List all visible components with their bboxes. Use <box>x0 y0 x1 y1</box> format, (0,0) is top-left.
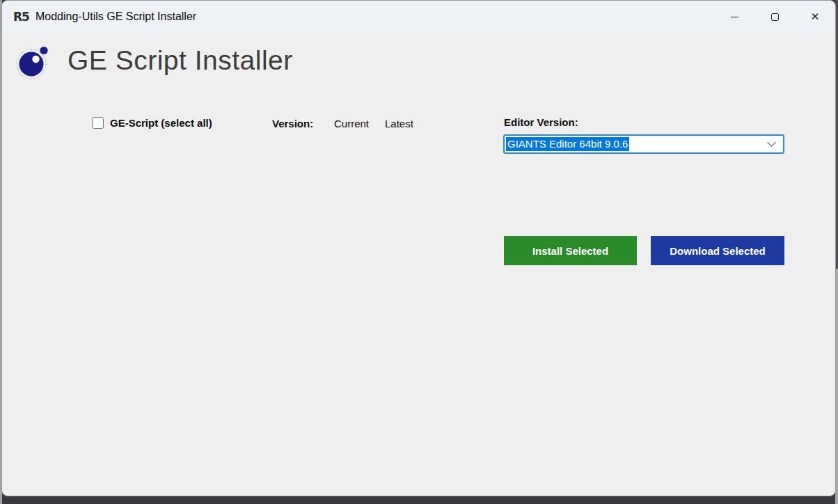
chevron-down-icon <box>766 141 777 148</box>
version-label: Version: <box>272 118 313 129</box>
install-selected-button[interactable]: Install Selected <box>504 236 637 265</box>
main-content: GE Script Installer GE-Script (select al… <box>2 33 835 496</box>
page-title: GE Script Installer <box>68 45 293 76</box>
close-icon: ✕ <box>811 12 820 22</box>
close-button[interactable]: ✕ <box>795 1 835 33</box>
titlebar: R5 Modding-Utils GE Script Installer ✕ <box>2 1 835 33</box>
app-icon: R5 <box>13 10 29 24</box>
version-column-current: Current <box>334 118 369 129</box>
minimize-icon <box>731 17 738 17</box>
minimize-button[interactable] <box>714 1 754 33</box>
maximize-icon <box>771 13 779 21</box>
version-column-latest: Latest <box>385 118 413 129</box>
window-controls: ✕ <box>714 1 835 33</box>
window-title: Modding-Utils GE Script Installer <box>35 10 196 23</box>
editor-version-selected-value: GIANTS Editor 64bit 9.0.6 <box>506 137 629 151</box>
app-logo-icon <box>15 45 50 81</box>
editor-version-label: Editor Version: <box>504 116 578 128</box>
select-all-label: GE-Script (select all) <box>110 117 212 129</box>
select-all-checkbox[interactable] <box>92 117 104 129</box>
maximize-button[interactable] <box>754 1 795 33</box>
app-window: R5 Modding-Utils GE Script Installer ✕ G… <box>1 0 836 496</box>
editor-version-dropdown[interactable]: GIANTS Editor 64bit 9.0.6 <box>503 134 784 154</box>
download-selected-button[interactable]: Download Selected <box>651 236 784 265</box>
